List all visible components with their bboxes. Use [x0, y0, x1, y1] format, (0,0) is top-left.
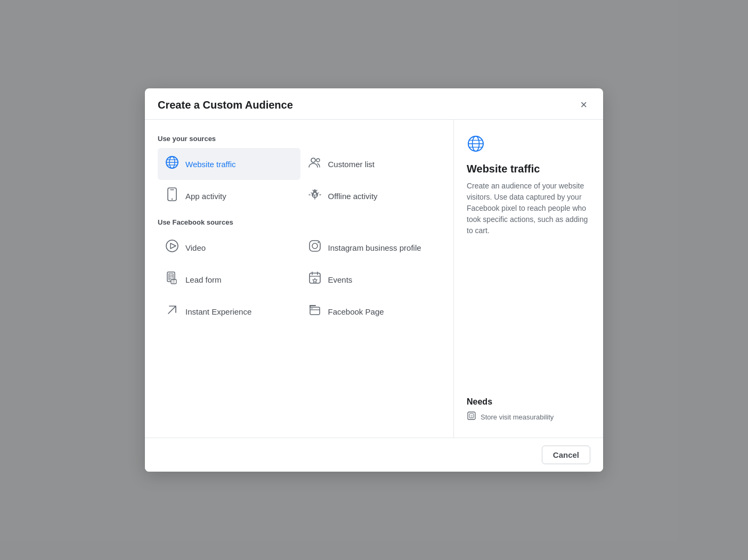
leadform-icon: ☰	[165, 271, 179, 288]
svg-point-8	[172, 199, 173, 200]
facebook-page-label: Facebook Page	[328, 307, 384, 316]
svg-text:☰: ☰	[470, 415, 473, 418]
store-visit-label: Store visit measurability	[481, 413, 554, 421]
right-panel: Website traffic Create an audience of yo…	[454, 120, 603, 438]
globe-icon	[165, 155, 179, 172]
svg-point-29	[311, 308, 312, 309]
your-sources-label: Use your sources	[158, 135, 443, 143]
website-traffic-label: Website traffic	[185, 160, 235, 169]
needs-label: Needs	[467, 397, 590, 407]
offline-activity-label: Offline activity	[328, 192, 378, 201]
svg-point-6	[316, 159, 320, 162]
svg-marker-13	[170, 243, 176, 249]
left-panel: Use your sources	[145, 120, 454, 438]
facebook-sources-grid: Video Instagram business profile	[158, 232, 443, 327]
modal-title: Create a Custom Audience	[158, 99, 293, 111]
people-icon	[308, 155, 322, 172]
instagram-label: Instagram business profile	[328, 243, 421, 252]
option-facebook-page[interactable]: Facebook Page	[300, 295, 443, 327]
instant-experience-label: Instant Experience	[185, 307, 251, 316]
svg-text:☰: ☰	[172, 280, 175, 283]
cancel-button[interactable]: Cancel	[542, 446, 590, 464]
app-activity-label: App activity	[185, 192, 226, 201]
modal: Create a Custom Audience × Use your sour…	[145, 88, 603, 472]
option-app-activity[interactable]: App activity	[158, 180, 300, 212]
option-instagram-business-profile[interactable]: Instagram business profile	[300, 232, 443, 263]
svg-point-16	[318, 242, 319, 243]
modal-body: Use your sources	[145, 120, 603, 438]
instant-icon	[165, 303, 179, 320]
offline-icon	[308, 187, 322, 204]
needs-section: Needs ☰ Store visit measurability	[467, 397, 590, 423]
lead-form-label: Lead form	[185, 275, 222, 284]
option-offline-activity[interactable]: Offline activity	[300, 180, 443, 212]
video-label: Video	[185, 243, 206, 252]
right-panel-title: Website traffic	[467, 163, 590, 175]
spacer	[467, 236, 590, 391]
video-icon	[165, 239, 179, 256]
option-customer-list[interactable]: Customer list	[300, 148, 443, 180]
right-panel-icon	[467, 135, 590, 157]
your-sources-grid: Website traffic Customer list	[158, 148, 443, 212]
modal-overlay: Create a Custom Audience × Use your sour…	[0, 0, 748, 560]
customer-list-label: Customer list	[328, 160, 375, 169]
close-button[interactable]: ×	[577, 98, 590, 112]
option-instant-experience[interactable]: Instant Experience	[158, 295, 300, 327]
instagram-icon	[308, 239, 322, 256]
events-icon	[308, 271, 322, 288]
option-website-traffic[interactable]: Website traffic	[158, 148, 300, 180]
option-events[interactable]: Events	[300, 263, 443, 295]
facebook-sources-label: Use Facebook sources	[158, 218, 443, 226]
option-video[interactable]: Video	[158, 232, 300, 263]
svg-point-5	[311, 158, 315, 162]
fbpage-icon	[308, 303, 322, 320]
option-lead-form[interactable]: ☰ Lead form	[158, 263, 300, 295]
right-panel-desc: Create an audience of your website visit…	[467, 180, 590, 236]
phone-icon	[165, 187, 179, 204]
modal-footer: Cancel	[145, 438, 603, 472]
svg-point-15	[312, 243, 318, 249]
store-icon: ☰	[467, 411, 476, 423]
modal-header: Create a Custom Audience ×	[145, 88, 603, 120]
events-label: Events	[328, 275, 353, 284]
needs-item: ☰ Store visit measurability	[467, 411, 590, 423]
